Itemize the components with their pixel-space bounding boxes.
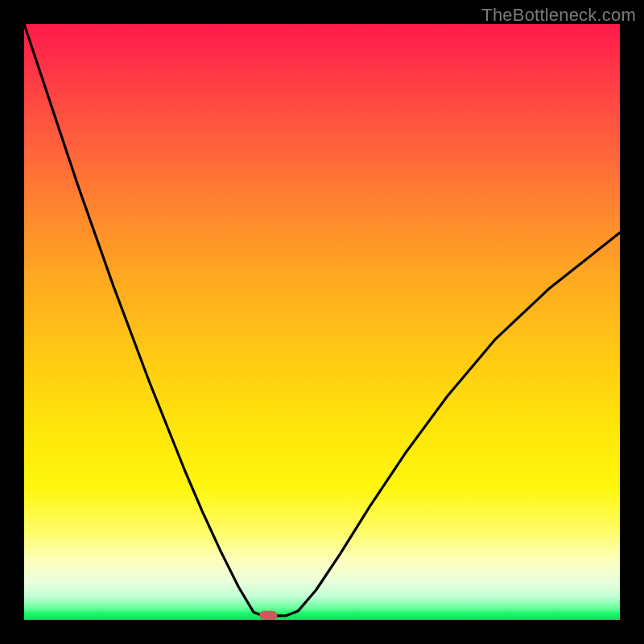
bottleneck-curve [24,24,620,616]
watermark-text: TheBottleneck.com [481,5,636,26]
chart-svg [24,24,620,620]
chart-frame: TheBottleneck.com [0,0,644,644]
min-marker [259,611,277,620]
plot-area [24,24,620,620]
